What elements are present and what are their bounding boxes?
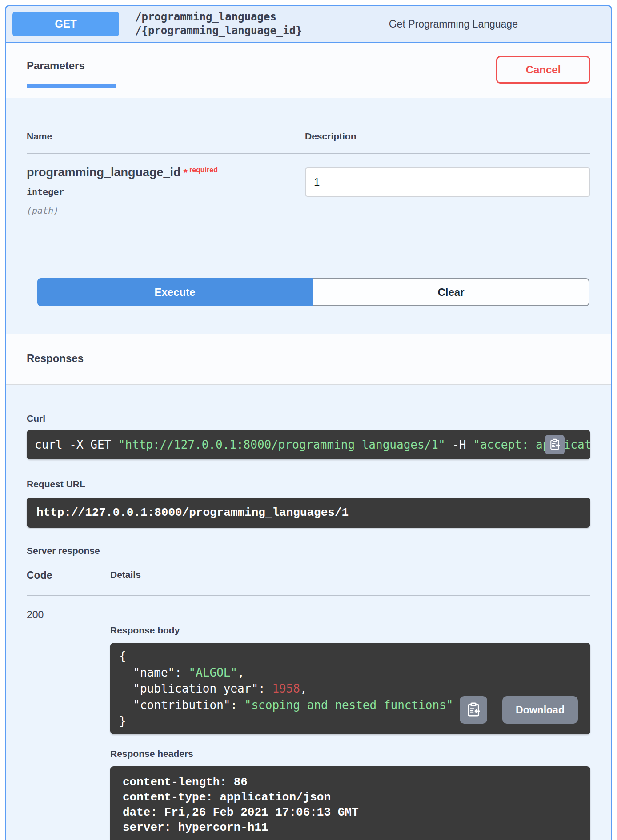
tab-active-underline [27,84,116,88]
column-header-details: Details [110,569,590,581]
column-header-code: Code [27,569,110,581]
endpoint-path-line1: /programming_languages [135,10,302,24]
server-response-divider [27,595,590,596]
parameter-value-input[interactable] [305,167,590,197]
clipboard-copy-icon [465,701,481,719]
curl-command-block: curl -X GET "http://127.0.0.1:8000/progr… [27,430,590,459]
response-header-line: content-type: application/json [123,790,578,805]
code-token: , [237,666,244,679]
copy-curl-button[interactable] [545,435,565,454]
code-token: , [300,682,307,695]
curl-command: curl -X GET "http://127.0.0.1:8000/progr… [35,438,590,451]
response-header-line: server: hypercorn-h11 [123,820,578,836]
parameter-value-cell [305,166,590,216]
parameters-section: Name Description programming_language_id… [6,131,611,306]
operation-title: Get Programming Language [302,18,605,30]
response-details-cell: Response body { "name": "ALGOL", "public… [110,609,590,840]
required-label: required [189,166,218,174]
server-response-row: 200 Response body { "name": "ALGOL", "pu… [27,609,590,840]
code-token: "ALGOL" [189,666,238,679]
code-token: "scoping and nested functions" [244,698,453,712]
code-token: curl -X GET [35,438,118,451]
code-token: "name": [119,666,189,679]
code-token: "publication_year": [119,682,272,695]
parameter-location: (path) [27,205,305,216]
parameter-row: programming_language_id*required integer… [27,166,590,216]
request-url-value: http://127.0.0.1:8000/programming_langua… [36,506,349,519]
request-url-block: http://127.0.0.1:8000/programming_langua… [27,498,590,528]
cancel-button[interactable]: Cancel [496,56,590,84]
responses-section-title: Responses [27,352,590,365]
operation-summary[interactable]: GET /programming_languages /{programming… [6,6,611,43]
execute-button[interactable]: Execute [37,278,313,306]
parameter-name-line: programming_language_id*required [27,166,305,179]
code-token: -H [445,438,473,451]
responses-section: Curl curl -X GET "http://127.0.0.1:8000/… [6,413,611,840]
response-body-block: { "name": "ALGOL", "publication_year": 1… [110,643,590,734]
response-body-line: "name": "ALGOL", [119,665,581,681]
parameters-table-header: Name Description [27,131,590,142]
code-token: "http://127.0.0.1:8000/programming_langu… [118,438,445,451]
table-divider [27,153,590,154]
http-method-badge: GET [12,12,119,36]
parameter-info: programming_language_id*required integer… [27,166,305,216]
response-header-line: date: Fri,26 Feb 2021 17:06:13 GMT [123,805,578,820]
code-token: 1958 [272,682,300,695]
clipboard-copy-icon [549,438,561,452]
response-headers-label: Response headers [110,748,590,759]
server-response-table-header: Code Details [27,569,590,581]
response-body-label: Response body [110,625,590,636]
required-star: * [184,167,188,179]
code-token: "contribution": [119,698,244,712]
status-code: 200 [27,609,110,840]
execute-row: Execute Clear [37,278,589,306]
column-header-description: Description [305,131,590,142]
operation-panel: GET /programming_languages /{programming… [5,5,612,840]
parameter-name: programming_language_id [27,166,181,179]
copy-response-button[interactable] [460,696,487,724]
column-header-name: Name [27,131,305,142]
endpoint-path-line2: /{programming_language_id} [135,24,302,38]
response-body-line: "publication_year": 1958, [119,681,581,697]
response-header-line: content-length: 86 [123,775,578,790]
responses-band: Responses [6,334,611,385]
code-token: } [119,714,126,728]
response-headers-block: content-length: 86content-type: applicat… [110,766,590,840]
code-token: "accept: application/json" [473,438,590,451]
request-url-label: Request URL [27,479,590,490]
response-body-line: { [119,648,581,664]
code-token: { [119,649,126,663]
curl-label: Curl [27,413,590,424]
parameters-tab-band: Parameters Cancel [6,43,611,98]
download-button[interactable]: Download [502,696,578,724]
clear-button[interactable]: Clear [313,278,589,306]
parameter-type: integer [27,187,305,197]
server-response-label: Server response [27,545,590,556]
endpoint-path: /programming_languages /{programming_lan… [135,10,302,38]
